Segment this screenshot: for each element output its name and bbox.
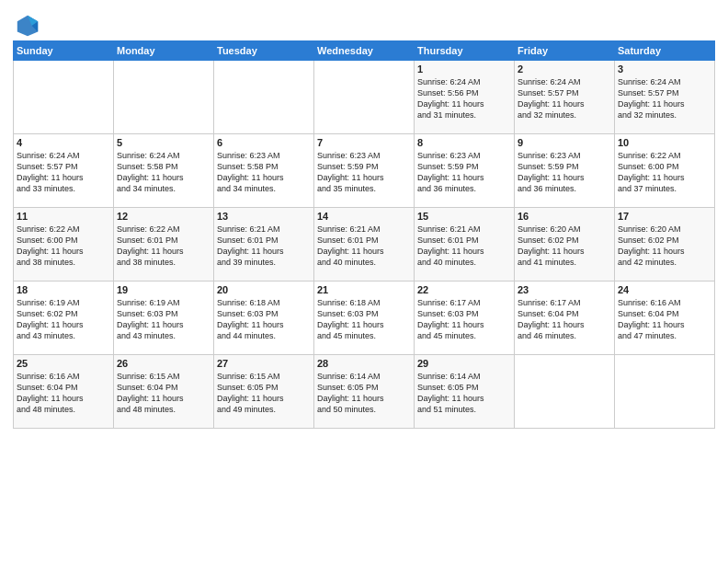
logo-icon xyxy=(15,13,40,39)
header-row: SundayMondayTuesdayWednesdayThursdayFrid… xyxy=(14,41,715,61)
cell-2-5: 16Sunrise: 6:20 AMSunset: 6:02 PMDayligh… xyxy=(515,208,615,282)
cell-2-4: 15Sunrise: 6:21 AMSunset: 6:01 PMDayligh… xyxy=(415,208,515,282)
day-number: 10 xyxy=(618,137,711,148)
day-number: 21 xyxy=(317,284,411,295)
cell-info: Sunrise: 6:24 AMSunset: 5:57 PMDaylight:… xyxy=(17,150,110,195)
cell-4-0: 25Sunrise: 6:16 AMSunset: 6:04 PMDayligh… xyxy=(14,355,114,429)
day-number: 6 xyxy=(217,137,311,148)
cell-info: Sunrise: 6:22 AMSunset: 6:01 PMDaylight:… xyxy=(117,224,210,269)
cell-info: Sunrise: 6:17 AMSunset: 6:03 PMDaylight:… xyxy=(417,297,511,342)
cell-3-1: 19Sunrise: 6:19 AMSunset: 6:03 PMDayligh… xyxy=(114,282,214,355)
cell-3-0: 18Sunrise: 6:19 AMSunset: 6:02 PMDayligh… xyxy=(14,282,114,355)
week-row-1: 4Sunrise: 6:24 AMSunset: 5:57 PMDaylight… xyxy=(14,134,715,208)
day-number: 18 xyxy=(17,284,110,295)
cell-3-5: 23Sunrise: 6:17 AMSunset: 6:04 PMDayligh… xyxy=(515,282,615,355)
cell-info: Sunrise: 6:21 AMSunset: 6:01 PMDaylight:… xyxy=(317,224,411,269)
day-number: 25 xyxy=(17,358,110,369)
cell-4-4: 29Sunrise: 6:14 AMSunset: 6:05 PMDayligh… xyxy=(415,355,515,429)
cell-1-2: 6Sunrise: 6:23 AMSunset: 5:58 PMDaylight… xyxy=(214,134,314,208)
day-number: 15 xyxy=(417,211,511,222)
day-number: 28 xyxy=(317,358,411,369)
cell-0-5: 2Sunrise: 6:24 AMSunset: 5:57 PMDaylight… xyxy=(515,61,615,134)
day-number: 5 xyxy=(117,137,210,148)
week-row-2: 11Sunrise: 6:22 AMSunset: 6:00 PMDayligh… xyxy=(14,208,715,282)
week-row-0: 1Sunrise: 6:24 AMSunset: 5:56 PMDaylight… xyxy=(14,61,715,134)
cell-info: Sunrise: 6:24 AMSunset: 5:57 PMDaylight:… xyxy=(518,76,611,121)
cell-1-5: 9Sunrise: 6:23 AMSunset: 5:59 PMDaylight… xyxy=(515,134,615,208)
cell-0-2 xyxy=(214,61,314,134)
cell-1-4: 8Sunrise: 6:23 AMSunset: 5:59 PMDaylight… xyxy=(415,134,515,208)
cell-1-1: 5Sunrise: 6:24 AMSunset: 5:58 PMDaylight… xyxy=(114,134,214,208)
day-number: 17 xyxy=(618,211,711,222)
day-number: 8 xyxy=(417,137,511,148)
cell-4-6 xyxy=(615,355,715,429)
day-number: 20 xyxy=(217,284,311,295)
day-number: 12 xyxy=(117,211,210,222)
week-row-3: 18Sunrise: 6:19 AMSunset: 6:02 PMDayligh… xyxy=(14,282,715,355)
cell-info: Sunrise: 6:14 AMSunset: 6:05 PMDaylight:… xyxy=(317,371,411,416)
cell-info: Sunrise: 6:19 AMSunset: 6:03 PMDaylight:… xyxy=(117,297,210,342)
cell-4-5 xyxy=(515,355,615,429)
col-header-wednesday: Wednesday xyxy=(314,41,415,61)
cell-0-0 xyxy=(14,61,114,134)
cell-info: Sunrise: 6:22 AMSunset: 6:00 PMDaylight:… xyxy=(618,150,711,195)
cell-info: Sunrise: 6:17 AMSunset: 6:04 PMDaylight:… xyxy=(518,297,611,342)
page: SundayMondayTuesdayWednesdayThursdayFrid… xyxy=(0,0,728,563)
cell-info: Sunrise: 6:18 AMSunset: 6:03 PMDaylight:… xyxy=(317,297,411,342)
cell-info: Sunrise: 6:21 AMSunset: 6:01 PMDaylight:… xyxy=(217,224,311,269)
calendar-table: SundayMondayTuesdayWednesdayThursdayFrid… xyxy=(13,40,715,429)
col-header-sunday: Sunday xyxy=(14,41,114,61)
cell-2-1: 12Sunrise: 6:22 AMSunset: 6:01 PMDayligh… xyxy=(114,208,214,282)
cell-info: Sunrise: 6:23 AMSunset: 5:59 PMDaylight:… xyxy=(317,150,411,195)
col-header-monday: Monday xyxy=(114,41,214,61)
cell-info: Sunrise: 6:23 AMSunset: 5:58 PMDaylight:… xyxy=(217,150,311,195)
col-header-thursday: Thursday xyxy=(415,41,515,61)
cell-1-3: 7Sunrise: 6:23 AMSunset: 5:59 PMDaylight… xyxy=(314,134,415,208)
day-number: 4 xyxy=(17,137,110,148)
cell-info: Sunrise: 6:15 AMSunset: 6:05 PMDaylight:… xyxy=(217,371,311,416)
day-number: 1 xyxy=(417,63,511,75)
col-header-friday: Friday xyxy=(515,41,615,61)
cell-info: Sunrise: 6:22 AMSunset: 6:00 PMDaylight:… xyxy=(17,224,110,269)
col-header-tuesday: Tuesday xyxy=(214,41,314,61)
cell-0-3 xyxy=(314,61,415,134)
cell-info: Sunrise: 6:14 AMSunset: 6:05 PMDaylight:… xyxy=(417,371,511,416)
cell-info: Sunrise: 6:20 AMSunset: 6:02 PMDaylight:… xyxy=(518,224,611,269)
day-number: 23 xyxy=(518,284,611,295)
cell-2-6: 17Sunrise: 6:20 AMSunset: 6:02 PMDayligh… xyxy=(615,208,715,282)
cell-2-0: 11Sunrise: 6:22 AMSunset: 6:00 PMDayligh… xyxy=(14,208,114,282)
day-number: 3 xyxy=(618,63,711,75)
cell-3-3: 21Sunrise: 6:18 AMSunset: 6:03 PMDayligh… xyxy=(314,282,415,355)
logo xyxy=(13,13,40,35)
cell-1-0: 4Sunrise: 6:24 AMSunset: 5:57 PMDaylight… xyxy=(14,134,114,208)
cell-3-6: 24Sunrise: 6:16 AMSunset: 6:04 PMDayligh… xyxy=(615,282,715,355)
cell-0-6: 3Sunrise: 6:24 AMSunset: 5:57 PMDaylight… xyxy=(615,61,715,134)
day-number: 22 xyxy=(417,284,511,295)
cell-4-3: 28Sunrise: 6:14 AMSunset: 6:05 PMDayligh… xyxy=(314,355,415,429)
cell-3-4: 22Sunrise: 6:17 AMSunset: 6:03 PMDayligh… xyxy=(415,282,515,355)
cell-info: Sunrise: 6:24 AMSunset: 5:57 PMDaylight:… xyxy=(618,76,711,121)
day-number: 11 xyxy=(17,211,110,222)
cell-0-1 xyxy=(114,61,214,134)
day-number: 7 xyxy=(317,137,411,148)
day-number: 27 xyxy=(217,358,311,369)
day-number: 29 xyxy=(417,358,511,369)
cell-3-2: 20Sunrise: 6:18 AMSunset: 6:03 PMDayligh… xyxy=(214,282,314,355)
cell-2-3: 14Sunrise: 6:21 AMSunset: 6:01 PMDayligh… xyxy=(314,208,415,282)
cell-info: Sunrise: 6:16 AMSunset: 6:04 PMDaylight:… xyxy=(618,297,711,342)
cell-4-2: 27Sunrise: 6:15 AMSunset: 6:05 PMDayligh… xyxy=(214,355,314,429)
cell-info: Sunrise: 6:16 AMSunset: 6:04 PMDaylight:… xyxy=(17,371,110,416)
day-number: 26 xyxy=(117,358,210,369)
cell-info: Sunrise: 6:24 AMSunset: 5:56 PMDaylight:… xyxy=(417,76,511,121)
day-number: 24 xyxy=(618,284,711,295)
day-number: 9 xyxy=(518,137,611,148)
day-number: 2 xyxy=(518,63,611,75)
day-number: 16 xyxy=(518,211,611,222)
day-number: 13 xyxy=(217,211,311,222)
cell-info: Sunrise: 6:21 AMSunset: 6:01 PMDaylight:… xyxy=(417,224,511,269)
cell-info: Sunrise: 6:20 AMSunset: 6:02 PMDaylight:… xyxy=(618,224,711,269)
cell-info: Sunrise: 6:24 AMSunset: 5:58 PMDaylight:… xyxy=(117,150,210,195)
cell-0-4: 1Sunrise: 6:24 AMSunset: 5:56 PMDaylight… xyxy=(415,61,515,134)
cell-info: Sunrise: 6:18 AMSunset: 6:03 PMDaylight:… xyxy=(217,297,311,342)
cell-1-6: 10Sunrise: 6:22 AMSunset: 6:00 PMDayligh… xyxy=(615,134,715,208)
